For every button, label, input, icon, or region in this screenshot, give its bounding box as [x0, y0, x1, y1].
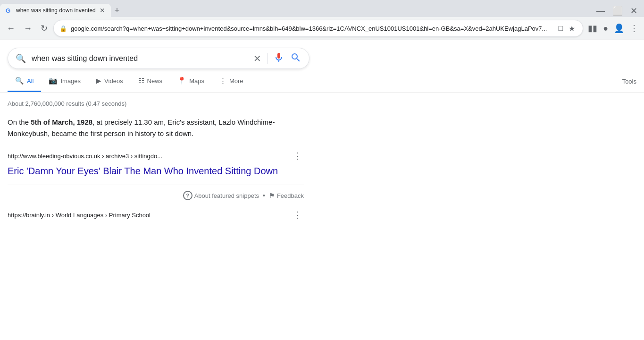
- search-divider: [267, 53, 268, 64]
- second-result: https://brainly.in › World Languages › P…: [8, 208, 304, 222]
- search-tabs: 🔍 All 📷 Images ▶ Videos ☷ News 📍 Maps ⋮: [0, 69, 644, 93]
- images-tab-label: Images: [60, 77, 81, 85]
- google-page: 🔍 when was sitting down invented ✕: [0, 40, 644, 222]
- browser-right-actions: ▮▮ ● 👤 ⋮: [586, 21, 640, 35]
- search-submit-button[interactable]: [290, 52, 301, 65]
- address-url: google.com/search?q=when+was+sitting+dow…: [71, 25, 552, 32]
- videos-tab-label: Videos: [104, 77, 123, 85]
- videos-tab-icon: ▶: [96, 76, 101, 85]
- result-title-link[interactable]: Eric 'Damn Your Eyes' Blair The Man Who …: [8, 166, 278, 176]
- tab-images[interactable]: 📷 Images: [41, 71, 88, 92]
- second-result-url: https://brainly.in › World Languages › P…: [8, 212, 151, 219]
- feedback-label: Feedback: [277, 192, 304, 199]
- reload-button[interactable]: ↻: [38, 21, 50, 35]
- cast-button[interactable]: ▮▮: [586, 21, 599, 35]
- feedback-button[interactable]: ⚑ Feedback: [269, 192, 304, 199]
- browser-chrome: G when was sitting down invented ✕ + — ⬜…: [0, 0, 644, 40]
- feedback-dot: •: [263, 192, 265, 199]
- profile-button[interactable]: 👤: [612, 21, 626, 35]
- search-clear-button[interactable]: ✕: [253, 53, 261, 64]
- tab-more[interactable]: ⋮ More: [212, 71, 251, 92]
- address-bar: ← → ↻ 🔒 google.com/search?q=when+was+sit…: [0, 17, 644, 40]
- news-tab-icon: ☷: [138, 76, 144, 85]
- tab-controls: — ⬜ ✕: [594, 5, 644, 17]
- extensions-button[interactable]: ●: [601, 22, 610, 35]
- new-tab-button[interactable]: +: [111, 6, 124, 16]
- snippet-text-bold: 5th of March, 1928: [31, 118, 92, 126]
- about-snippets-label: About featured snippets: [194, 192, 259, 199]
- more-tab-label: More: [229, 77, 243, 85]
- flag-icon: ⚑: [269, 192, 275, 199]
- snippet-text-before: On the: [8, 118, 31, 126]
- menu-button[interactable]: ⋮: [628, 21, 640, 35]
- tab-favicon: G: [6, 7, 12, 14]
- about-snippets-button[interactable]: ? About featured snippets: [183, 191, 259, 200]
- featured-snippet: On the 5th of March, 1928, at precisely …: [8, 117, 304, 200]
- more-tab-icon: ⋮: [219, 76, 226, 85]
- results-count: About 2,760,000,000 results (0.47 second…: [8, 100, 304, 107]
- result-more-button[interactable]: ⋮: [292, 149, 304, 163]
- tab-news[interactable]: ☷ News: [131, 71, 170, 92]
- all-tab-icon: 🔍: [15, 76, 24, 85]
- search-mic-button[interactable]: [273, 52, 284, 65]
- tab-title: when was sitting down invented: [16, 7, 96, 14]
- search-box-icon: 🔍: [16, 53, 26, 64]
- cast-icon[interactable]: □: [556, 23, 565, 34]
- question-icon: ?: [183, 191, 192, 200]
- second-result-more-button[interactable]: ⋮: [292, 208, 304, 222]
- second-result-url-row: https://brainly.in › World Languages › P…: [8, 208, 304, 222]
- tools-tab[interactable]: Tools: [615, 72, 644, 91]
- result-url-row: http://www.bleeding-obvious.co.uk › arch…: [8, 149, 304, 163]
- search-query-text: when was sitting down invented: [32, 54, 248, 63]
- minimize-button[interactable]: —: [594, 5, 608, 17]
- results-area: About 2,760,000,000 results (0.47 second…: [0, 93, 311, 222]
- search-box[interactable]: 🔍 when was sitting down invented ✕: [8, 48, 309, 69]
- tab-bar: G when was sitting down invented ✕ + — ⬜…: [0, 0, 644, 17]
- maps-tab-icon: 📍: [177, 76, 186, 85]
- snippet-footer: ? About featured snippets • ⚑ Feedback: [8, 185, 304, 200]
- result-url: http://www.bleeding-obvious.co.uk › arch…: [8, 153, 162, 160]
- tab-close-button[interactable]: ✕: [100, 7, 105, 14]
- images-tab-icon: 📷: [49, 76, 58, 85]
- news-tab-label: News: [147, 77, 163, 85]
- tab-all[interactable]: 🔍 All: [8, 71, 41, 92]
- search-submit-icon: [290, 52, 301, 63]
- address-input-wrap[interactable]: 🔒 google.com/search?q=when+was+sitting+d…: [53, 20, 583, 37]
- search-bar-area: 🔍 when was sitting down invented ✕: [0, 40, 644, 69]
- close-button[interactable]: ✕: [627, 5, 640, 17]
- all-tab-label: All: [27, 77, 33, 85]
- address-actions: □ ★: [556, 23, 577, 34]
- snippet-text: On the 5th of March, 1928, at precisely …: [8, 117, 304, 139]
- browser-tab[interactable]: G when was sitting down invented ✕: [0, 4, 111, 17]
- search-tabs-inner: 🔍 All 📷 Images ▶ Videos ☷ News 📍 Maps ⋮: [0, 71, 251, 92]
- maps-tab-label: Maps: [189, 77, 204, 85]
- maximize-button[interactable]: ⬜: [610, 5, 626, 17]
- bookmark-icon[interactable]: ★: [567, 23, 577, 34]
- forward-button[interactable]: →: [21, 22, 35, 35]
- back-button[interactable]: ←: [4, 22, 18, 35]
- mic-icon: [273, 52, 284, 63]
- tab-videos[interactable]: ▶ Videos: [88, 71, 131, 92]
- tab-maps[interactable]: 📍 Maps: [170, 71, 212, 92]
- security-lock-icon: 🔒: [59, 25, 67, 32]
